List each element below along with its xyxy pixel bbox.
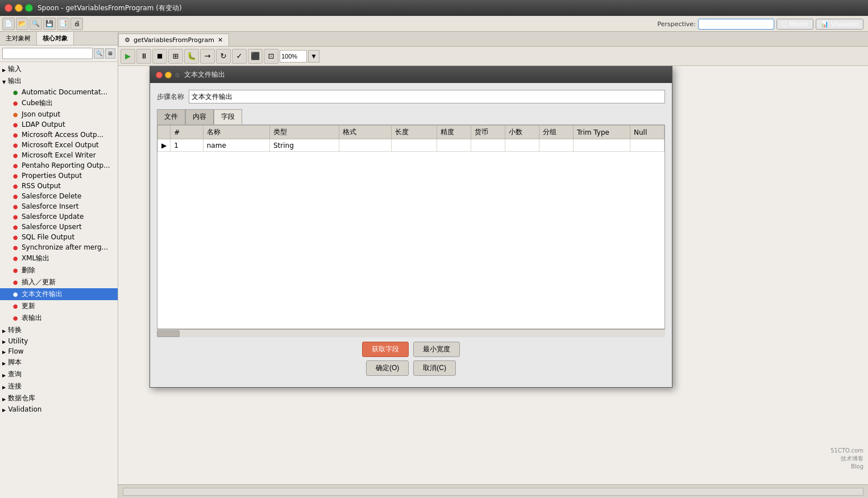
row-currency[interactable] — [471, 139, 505, 152]
sidebar-item-transform[interactable]: 转换 — [0, 324, 118, 336]
sidebar-item-script[interactable]: 脚本 — [0, 356, 118, 368]
row-precision[interactable] — [437, 139, 471, 152]
row-name[interactable]: name — [203, 139, 269, 152]
sidebar-tab-core[interactable]: 核心对象 — [37, 32, 74, 45]
impact-button[interactable]: ⬛ — [248, 49, 263, 64]
row-group[interactable] — [539, 139, 574, 152]
sidebar-item-input[interactable]: 输入 — [0, 63, 118, 75]
minimize-btn[interactable] — [15, 4, 23, 12]
tab-close-icon[interactable]: ✕ — [218, 36, 223, 44]
row-format[interactable] — [339, 139, 391, 152]
horizontal-scrollbar[interactable] — [157, 329, 665, 337]
sidebar-item-ms-excel-output[interactable]: ● Microsoft Excel Output — [0, 140, 118, 150]
sidebar-item-table-output[interactable]: ● 表输出 — [0, 312, 118, 324]
sidebar-item-label: SQL File Output — [22, 233, 74, 241]
debug-button[interactable]: 🐛 — [184, 49, 199, 64]
sidebar-search-button[interactable]: 🔍 — [94, 48, 104, 59]
item-icon: ● — [11, 110, 19, 118]
open-btn[interactable]: 📂 — [16, 18, 28, 30]
preview-button[interactable]: ⊞ — [168, 49, 183, 64]
sidebar-item-text-file-output[interactable]: ● 文本文件输出 — [0, 288, 118, 300]
replay-button[interactable]: ↻ — [216, 49, 231, 64]
explore-btn[interactable]: 🔍 — [30, 18, 42, 30]
folder-open-icon — [2, 77, 6, 85]
new-btn[interactable]: 📄 — [2, 18, 15, 30]
sidebar-search-input[interactable] — [2, 48, 93, 59]
sidebar-item-auto-doc[interactable]: ● Automatic Documentat... — [0, 87, 118, 97]
sidebar-item-db[interactable]: 数据仓库 — [0, 392, 118, 404]
sidebar-item-ms-access[interactable]: ● Microsoft Access Outp... — [0, 130, 118, 140]
get-fields-button[interactable]: 获取字段 — [362, 342, 409, 357]
sidebar-item-validation[interactable]: Validation — [0, 404, 118, 414]
sidebar-item-cube-output[interactable]: ● Cube输出 — [0, 97, 118, 109]
sidebar-item-update[interactable]: ● 更新 — [0, 300, 118, 312]
sidebar-item-rss-output[interactable]: ● RSS Output — [0, 181, 118, 191]
fields-table-wrapper[interactable]: # 名称 类型 格式 长度 精度 货币 小数 分组 Trim Type — [157, 125, 665, 329]
saveas-btn[interactable]: 📑 — [57, 18, 69, 30]
row-type[interactable]: String — [270, 139, 339, 152]
sidebar-item-sf-delete[interactable]: ● Salesforce Delete — [0, 191, 118, 201]
sidebar-item-xml-output[interactable]: ● XML输出 — [0, 252, 118, 264]
ok-button[interactable]: 确定(O) — [366, 360, 409, 376]
save-btn[interactable]: 💾 — [43, 18, 56, 30]
sidebar-item-properties-output[interactable]: ● Properties Output — [0, 171, 118, 181]
sidebar-item-ldap-output[interactable]: ● LDAP Output — [0, 119, 118, 130]
sidebar-item-json-output[interactable]: ● Json output — [0, 109, 118, 119]
row-null[interactable] — [630, 139, 665, 152]
sidebar-item-sf-upsert[interactable]: ● Salesforce Upsert — [0, 222, 118, 232]
sidebar-item-utility[interactable]: Utility — [0, 336, 118, 346]
tab-get-variables[interactable]: ⚙ getVariablesFromProgram ✕ — [118, 34, 229, 46]
sidebar-item-sf-update[interactable]: ● Salesforce Update — [0, 211, 118, 222]
perspective-model[interactable]: ⬡ Model — [776, 19, 813, 30]
pause-button[interactable]: ⏸ — [136, 49, 151, 64]
sidebar-item-label: Properties Output — [22, 172, 82, 180]
dialog-min-btn[interactable] — [165, 72, 172, 78]
perspective-visualize[interactable]: 📊 Visualize — [816, 19, 863, 30]
perspective-data-integration[interactable]: ⊞ Data Integration — [698, 19, 774, 30]
dialog-tab-fields[interactable]: 字段 — [214, 109, 242, 125]
stop-button[interactable]: ⏹ — [152, 49, 167, 64]
sidebar-item-flow[interactable]: Flow — [0, 346, 118, 356]
sidebar-item-query[interactable]: 查询 — [0, 368, 118, 380]
table-row[interactable]: ▶ 1 name String — [158, 139, 665, 152]
run-button[interactable]: ▶ — [121, 49, 135, 64]
db-explorer-button[interactable]: ⊡ — [264, 49, 279, 64]
cancel-button[interactable]: 取消(C) — [413, 360, 456, 376]
sidebar-item-sql-file[interactable]: ● SQL File Output — [0, 232, 118, 242]
zoom-input[interactable] — [280, 50, 307, 63]
dialog-tab-file[interactable]: 文件 — [157, 109, 185, 125]
sidebar-item-ms-excel-writer[interactable]: ● Microsoft Excel Writer — [0, 150, 118, 160]
ok-cancel-row: 确定(O) 取消(C) — [164, 360, 658, 376]
dialog-window-controls[interactable] — [156, 72, 181, 78]
zoom-dropdown[interactable]: ▼ — [308, 50, 319, 63]
step-debug-button[interactable]: → — [200, 49, 215, 64]
verify-button[interactable]: ✓ — [232, 49, 247, 64]
print-btn[interactable]: 🖨 — [70, 18, 83, 30]
window-controls[interactable] — [5, 4, 33, 12]
sidebar-tab-tree[interactable]: 主对象树 — [0, 32, 37, 45]
scroll-thumb[interactable] — [157, 330, 180, 337]
sidebar-item-delete[interactable]: ● 删除 — [0, 264, 118, 276]
sidebar-collapse-btn[interactable]: ⊞ — [105, 48, 115, 59]
maximize-btn[interactable] — [25, 4, 33, 12]
dialog-tab-content[interactable]: 内容 — [185, 109, 214, 125]
dialog-close-btn[interactable] — [156, 72, 163, 78]
sidebar-item-output[interactable]: 输出 — [0, 75, 118, 87]
row-length[interactable] — [392, 139, 437, 152]
sidebar-item-pentaho-reporting[interactable]: ● Pentaho Reporting Outp... — [0, 160, 118, 171]
canvas[interactable]: ℹ 获取系统信息 — [118, 66, 868, 484]
close-btn[interactable] — [5, 4, 13, 12]
horizontal-scroll[interactable] — [123, 488, 863, 496]
item-icon: ● — [11, 223, 19, 231]
sidebar-item-sync-after-merge[interactable]: ● Synchronize after merg... — [0, 242, 118, 252]
min-width-button[interactable]: 最小宽度 — [413, 342, 460, 357]
row-decimal[interactable] — [505, 139, 539, 152]
sidebar-item-connect[interactable]: 连接 — [0, 380, 118, 392]
sidebar-item-sf-insert[interactable]: ● Salesforce Insert — [0, 201, 118, 211]
dialog-max-btn[interactable] — [174, 72, 181, 78]
sidebar-item-label: RSS Output — [22, 182, 61, 190]
sidebar-item-insert-update[interactable]: ● 插入／更新 — [0, 276, 118, 288]
step-name-input[interactable] — [189, 90, 665, 103]
sidebar-item-label: Salesforce Insert — [22, 202, 78, 210]
row-trim-type[interactable] — [574, 139, 630, 152]
